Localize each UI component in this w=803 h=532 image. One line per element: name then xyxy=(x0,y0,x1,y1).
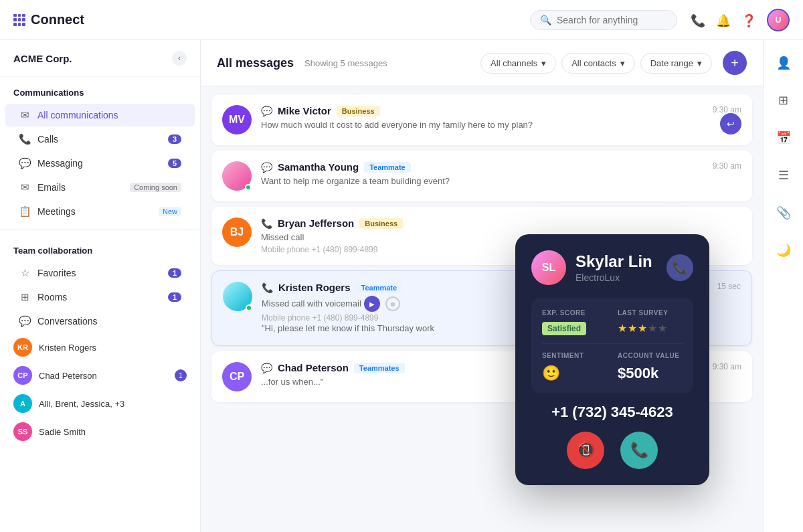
call-contact-details: Skylar Lin ElectroLux xyxy=(575,252,652,283)
filter-all-channels[interactable]: All channels ▾ xyxy=(480,53,556,74)
favorites-icon: ☆ xyxy=(19,267,31,279)
kristen-msg-name: Kristen Rogers xyxy=(278,282,351,293)
mike-tag: Business xyxy=(337,106,380,116)
emails-badge: Coming soon xyxy=(130,183,181,192)
sidebar-item-rooms[interactable]: ⊞ Rooms 1 xyxy=(5,286,195,308)
add-message-button[interactable]: + xyxy=(723,51,747,75)
multi-name: Alli, Brent, Jessica, +3 xyxy=(39,399,187,409)
call-stats-panel: EXP. SCORE Satisfied LAST SURVEY ★★★★★ S… xyxy=(531,298,693,393)
company-name: ACME Corp. xyxy=(13,53,72,64)
kristen-name: Kristen Rogers xyxy=(39,343,187,353)
call-phone-icon[interactable]: 📞 xyxy=(666,254,693,281)
exp-score-value: Satisfied xyxy=(542,322,586,335)
last-survey-col: LAST SURVEY ★★★★★ xyxy=(618,309,683,335)
multi-avatar: A xyxy=(13,394,32,413)
right-icon-person[interactable]: 👤 xyxy=(772,51,796,75)
sidebar-item-all-communications[interactable]: ✉ All communications xyxy=(5,104,195,126)
online-indicator xyxy=(245,184,252,191)
bryan-name: Bryan Jefferson xyxy=(278,217,354,229)
exp-score-label: EXP. SCORE xyxy=(542,309,607,317)
record-button[interactable]: ⏺ xyxy=(385,296,400,311)
calls-label: Calls xyxy=(37,134,161,145)
accept-button[interactable]: 📞 xyxy=(620,432,658,469)
conversation-kristen[interactable]: KR Kristen Rogers xyxy=(0,333,200,361)
call-contact-info: SL Skylar Lin ElectroLux 📞 xyxy=(531,250,693,285)
right-icon-calendar[interactable]: 📅 xyxy=(772,126,796,150)
right-panel: 👤 ⊞ 📅 ☰ 📎 🌙 xyxy=(763,40,803,532)
right-icon-moon[interactable]: 🌙 xyxy=(772,238,796,262)
conversations-icon: 💬 xyxy=(19,315,31,327)
help-icon[interactable]: ❓ xyxy=(741,13,755,27)
last-survey-label: LAST SURVEY xyxy=(618,309,683,317)
stats-divider xyxy=(542,343,683,344)
mike-reply-button[interactable]: ↩ xyxy=(720,113,741,135)
right-icon-grid[interactable]: ⊞ xyxy=(772,88,796,112)
call-card: SL Skylar Lin ElectroLux 📞 EXP. SCORE Sa… xyxy=(515,234,709,485)
decline-button[interactable]: 📵 xyxy=(567,432,604,469)
conversation-multi[interactable]: A Alli, Brent, Jessica, +3 xyxy=(0,389,200,418)
grid-icon xyxy=(13,14,25,26)
sidebar-item-emails[interactable]: ✉ Emails Coming soon xyxy=(5,176,195,199)
sentiment-label: SENTIMENT xyxy=(542,352,607,359)
filter-all-contacts[interactable]: All contacts ▾ xyxy=(561,53,634,74)
kristen-time: 15 sec xyxy=(717,282,741,291)
calls-badge: 3 xyxy=(168,135,181,144)
chevron-down-icon: ▾ xyxy=(541,58,546,68)
filter-date-range[interactable]: Date range ▾ xyxy=(640,53,712,74)
sidebar-item-messaging[interactable]: 💬 Messaging 5 xyxy=(5,152,195,175)
meetings-badge: New xyxy=(159,207,181,216)
conversation-chad[interactable]: CP Chad Peterson 1 xyxy=(0,361,200,389)
right-icon-clip[interactable]: 📎 xyxy=(772,201,796,225)
chad-badge: 1 xyxy=(175,369,187,381)
messaging-icon: 💬 xyxy=(19,157,31,169)
call-type-icon: 📞 xyxy=(261,218,272,229)
exp-score-col: EXP. SCORE Satisfied xyxy=(542,309,607,335)
samantha-avatar-wrapper xyxy=(222,161,252,191)
sidebar-item-favorites[interactable]: ☆ Favorites 1 xyxy=(5,262,195,284)
main-layout: ACME Corp. ‹ Communications ✉ All commun… xyxy=(0,40,803,532)
messaging-badge: 5 xyxy=(168,159,181,168)
chad-time: 9:30 am xyxy=(713,362,741,371)
conversation-sadie[interactable]: SS Sadie Smith xyxy=(0,418,200,446)
user-avatar[interactable]: U xyxy=(767,9,790,31)
favorites-badge: 1 xyxy=(168,268,181,278)
message-card-mike[interactable]: MV 💬 Mike Victor Business How much would… xyxy=(211,94,752,145)
meetings-label: Meetings xyxy=(37,206,152,217)
filter-buttons: All channels ▾ All contacts ▾ Date range… xyxy=(480,53,712,74)
chad-name: Chad Peterson xyxy=(39,371,168,381)
samantha-tag: Teammate xyxy=(364,162,411,173)
sidebar-item-conversations[interactable]: 💬 Conversations xyxy=(5,310,195,333)
message-type-icon: 💬 xyxy=(261,162,272,173)
conversations-label: Conversations xyxy=(37,316,181,327)
stats-top-row: EXP. SCORE Satisfied LAST SURVEY ★★★★★ xyxy=(542,309,683,335)
sadie-name: Sadie Smith xyxy=(39,427,187,437)
favorites-label: Favorites xyxy=(37,268,161,278)
call-phone-number: +1 (732) 345-4623 xyxy=(531,404,693,421)
mike-body: 💬 Mike Victor Business How much would it… xyxy=(261,105,741,131)
search-input[interactable] xyxy=(557,15,664,25)
bell-icon[interactable]: 🔔 xyxy=(716,13,729,27)
right-icon-list[interactable]: ☰ xyxy=(772,163,796,187)
message-card-samantha[interactable]: 💬 Samantha Young Teammate Want to help m… xyxy=(211,151,752,201)
play-button[interactable]: ▶ xyxy=(364,296,380,312)
account-value-label: ACCOUNT VALUE xyxy=(618,352,683,359)
call-contact-name: Skylar Lin xyxy=(575,252,652,271)
search-bar[interactable]: 🔍 xyxy=(530,10,677,30)
sidebar-item-calls[interactable]: 📞 Calls 3 xyxy=(5,128,195,151)
samantha-text: Want to help me organize a team building… xyxy=(261,175,741,187)
sidebar-item-meetings[interactable]: 📋 Meetings New xyxy=(5,200,195,223)
sidebar: ACME Corp. ‹ Communications ✉ All commun… xyxy=(0,40,201,532)
rooms-label: Rooms xyxy=(37,292,161,302)
emails-label: Emails xyxy=(37,182,123,193)
account-value-col: ACCOUNT VALUE $500k xyxy=(618,352,683,382)
stats-bottom-row: SENTIMENT 🙂 ACCOUNT VALUE $500k xyxy=(542,352,683,382)
chad-msg-name: Chad Peterson xyxy=(278,362,349,373)
communications-section-title: Communications xyxy=(0,77,200,103)
all-communications-icon: ✉ xyxy=(19,109,31,121)
emails-icon: ✉ xyxy=(19,181,31,193)
phone-icon[interactable]: 📞 xyxy=(691,13,704,27)
sentiment-emoji: 🙂 xyxy=(542,365,560,381)
collapse-button[interactable]: ‹ xyxy=(172,51,187,66)
kristen-online-indicator xyxy=(246,304,252,311)
search-icon: 🔍 xyxy=(540,15,551,25)
